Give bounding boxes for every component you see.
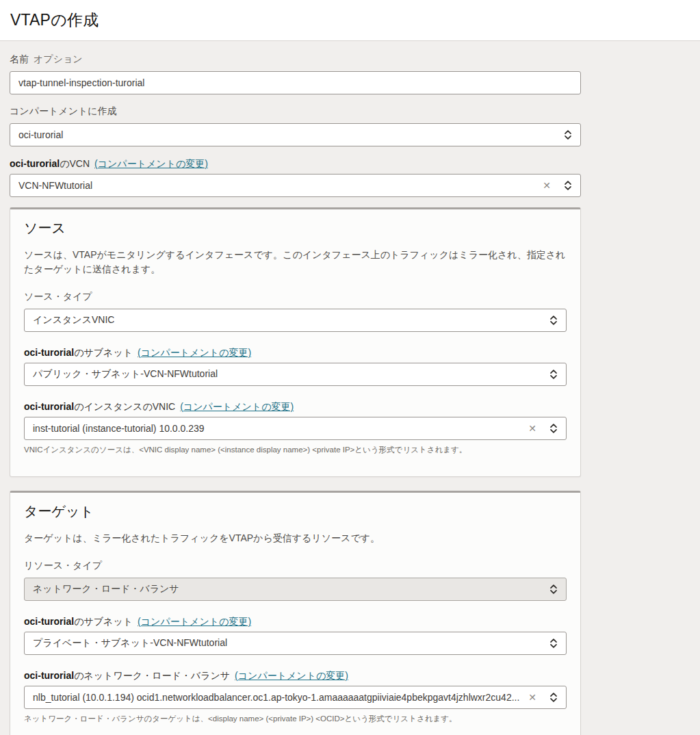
source-vnic-select[interactable]: inst-tutorial (instance-tutorial) 10.0.0… <box>24 417 567 440</box>
vcn-change-compartment-link[interactable]: (コンパートメントの変更) <box>94 157 208 170</box>
source-vnic-field-group: oci-turorialのインスタンスのVNIC (コンパートメントの変更) i… <box>24 400 567 454</box>
vcn-label: oci-turorialのVCN <box>10 157 90 170</box>
target-nlb-select-value: nlb_tutorial (10.0.1.194) ocid1.networkl… <box>33 692 519 703</box>
name-input[interactable] <box>10 71 581 94</box>
select-updown-icon <box>549 423 558 434</box>
clear-icon[interactable]: ✕ <box>543 181 551 190</box>
page-header: VTAPの作成 <box>0 0 700 41</box>
resource-type-label: リソース・タイプ <box>24 560 102 571</box>
clear-icon[interactable]: ✕ <box>528 693 536 702</box>
compartment-field-group: コンパートメントに作成 oci-turorial <box>10 105 581 146</box>
name-label: 名前 <box>10 53 29 65</box>
target-nlb-field-group: oci-turorialのネットワーク・ロード・バランサ (コンパートメントの変… <box>24 669 567 723</box>
source-subnet-label-row: oci-turorialのサブネット (コンパートメントの変更) <box>24 346 567 359</box>
resource-type-label-row: リソース・タイプ <box>24 560 567 571</box>
source-subnet-change-compartment-link[interactable]: (コンパートメントの変更) <box>138 346 251 359</box>
target-subnet-label: oci-turorialのサブネット <box>24 615 133 628</box>
target-nlb-label-row: oci-turorialのネットワーク・ロード・バランサ (コンパートメントの変… <box>24 669 567 682</box>
target-nlb-label: oci-turorialのネットワーク・ロード・バランサ <box>24 669 230 682</box>
target-subnet-label-rest: のサブネット <box>74 616 133 627</box>
vtap-create-form: 名前 オプション コンパートメントに作成 oci-turorial oci-tu… <box>10 41 581 735</box>
resource-type-select-value: ネットワーク・ロード・バランサ <box>33 583 179 595</box>
source-vnic-label: oci-turorialのインスタンスのVNIC <box>24 400 175 413</box>
compartment-select-value: oci-turorial <box>18 129 63 140</box>
vcn-label-rest: のVCN <box>60 158 90 169</box>
compartment-select[interactable]: oci-turorial <box>10 123 581 146</box>
page-title: VTAPの作成 <box>10 10 99 31</box>
target-nlb-compartment-name: oci-turorial <box>24 670 74 681</box>
source-subnet-field-group: oci-turorialのサブネット (コンパートメントの変更) パブリック・サ… <box>24 346 567 386</box>
resource-type-select[interactable]: ネットワーク・ロード・バランサ <box>24 578 567 601</box>
source-section-card: ソース ソースは、VTAPがモニタリングするインタフェースです。このインタフェー… <box>10 207 581 477</box>
select-updown-icon <box>549 315 558 326</box>
target-subnet-compartment-name: oci-turorial <box>24 616 74 627</box>
select-updown-icon <box>563 180 573 191</box>
select-updown-icon <box>549 369 558 380</box>
optional-tag: オプション <box>34 53 83 65</box>
source-vnic-change-compartment-link[interactable]: (コンパートメントの変更) <box>180 400 294 413</box>
source-subnet-compartment-name: oci-turorial <box>24 347 74 358</box>
source-type-label-row: ソース・タイプ <box>24 291 567 302</box>
select-updown-icon <box>549 692 558 703</box>
resource-type-field-group: リソース・タイプ ネットワーク・ロード・バランサ <box>24 560 567 601</box>
target-nlb-change-compartment-link[interactable]: (コンパートメントの変更) <box>235 669 348 682</box>
source-subnet-select-value: パブリック・サブネット-VCN-NFWtutorial <box>33 368 218 381</box>
name-field-group: 名前 オプション <box>10 53 581 94</box>
target-section-title: ターゲット <box>24 501 567 521</box>
target-nlb-select[interactable]: nlb_tutorial (10.0.1.194) ocid1.networkl… <box>24 686 567 709</box>
vcn-select-value: VCN-NFWtutorial <box>18 180 92 191</box>
source-type-select-value: インスタンスVNIC <box>33 314 114 326</box>
target-section-description: ターゲットは、ミラー化されたトラフィックをVTAPから受信するリソースです。 <box>24 531 567 545</box>
source-vnic-label-row: oci-turorialのインスタンスのVNIC (コンパートメントの変更) <box>24 400 567 413</box>
select-updown-icon <box>549 584 558 595</box>
target-subnet-label-row: oci-turorialのサブネット (コンパートメントの変更) <box>24 615 567 628</box>
source-vnic-select-value: inst-tutorial (instance-tutorial) 10.0.0… <box>33 423 205 434</box>
vcn-label-row: oci-turorialのVCN (コンパートメントの変更) <box>10 157 581 170</box>
target-subnet-field-group: oci-turorialのサブネット (コンパートメントの変更) プライベート・… <box>24 615 567 655</box>
source-vnic-compartment-name: oci-turorial <box>24 401 74 412</box>
target-nlb-helper-text: ネットワーク・ロード・バランサのターゲットは、<display name> (<… <box>24 714 567 723</box>
target-subnet-change-compartment-link[interactable]: (コンパートメントの変更) <box>138 615 251 628</box>
vcn-compartment-name: oci-turorial <box>10 158 60 169</box>
compartment-label-row: コンパートメントに作成 <box>10 105 581 117</box>
source-vnic-helper-text: VNICインスタンスのソースは、<VNIC display name> (<in… <box>24 445 567 454</box>
source-subnet-label-rest: のサブネット <box>74 347 133 358</box>
target-subnet-select[interactable]: プライベート・サブネット-VCN-NFWtutorial <box>24 632 567 655</box>
source-subnet-select[interactable]: パブリック・サブネット-VCN-NFWtutorial <box>24 363 567 386</box>
target-nlb-label-rest: のネットワーク・ロード・バランサ <box>74 670 230 681</box>
select-updown-icon <box>563 129 573 140</box>
source-vnic-label-rest: のインスタンスのVNIC <box>74 401 175 412</box>
target-section-card: ターゲット ターゲットは、ミラー化されたトラフィックをVTAPから受信するリソー… <box>10 491 581 735</box>
source-type-label: ソース・タイプ <box>24 291 92 302</box>
source-type-select[interactable]: インスタンスVNIC <box>24 309 567 332</box>
source-section-title: ソース <box>24 218 567 238</box>
vcn-field-group: oci-turorialのVCN (コンパートメントの変更) VCN-NFWtu… <box>10 157 581 197</box>
clear-icon[interactable]: ✕ <box>528 424 536 433</box>
name-label-row: 名前 オプション <box>10 53 581 65</box>
source-section-description: ソースは、VTAPがモニタリングするインタフェースです。このインタフェース上のト… <box>24 248 567 276</box>
source-type-field-group: ソース・タイプ インスタンスVNIC <box>24 291 567 332</box>
compartment-label: コンパートメントに作成 <box>10 105 117 117</box>
select-updown-icon <box>549 638 558 649</box>
vcn-select[interactable]: VCN-NFWtutorial ✕ <box>10 174 581 197</box>
target-subnet-select-value: プライベート・サブネット-VCN-NFWtutorial <box>33 637 227 649</box>
source-subnet-label: oci-turorialのサブネット <box>24 346 133 359</box>
